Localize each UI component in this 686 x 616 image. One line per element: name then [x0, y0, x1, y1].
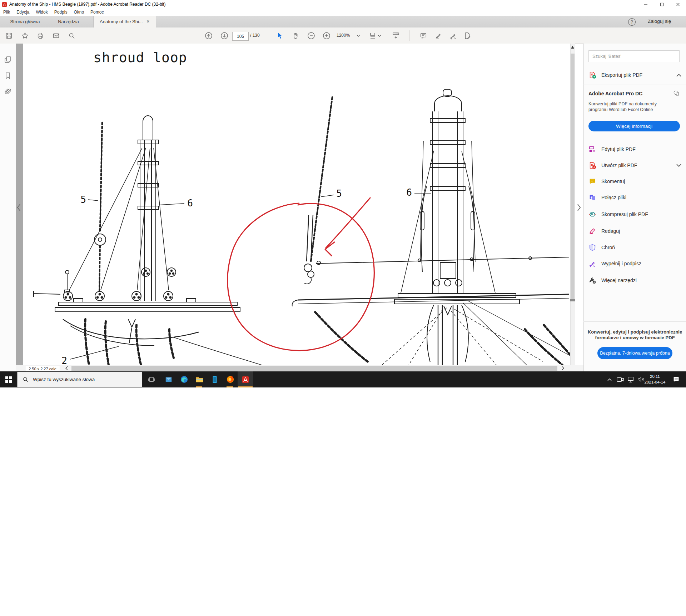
window-title: Anatomy of the Ship - HMS Beagle (1997).… — [9, 2, 166, 7]
menu-okno[interactable]: Okno — [70, 9, 87, 15]
tab-document[interactable]: Anatomy of the Shi... ✕ — [93, 16, 156, 27]
maximize-button[interactable] — [654, 0, 670, 9]
acrobat-app-icon — [2, 2, 7, 7]
close-button[interactable] — [670, 0, 686, 9]
page-display-dropdown[interactable] — [377, 31, 382, 41]
meet-now-button[interactable] — [615, 371, 625, 387]
zoom-out-button[interactable] — [306, 31, 317, 41]
menu-edycja[interactable]: Edycja — [13, 9, 33, 15]
sign-tool-button[interactable] — [448, 31, 458, 41]
hand-tool-button[interactable] — [290, 31, 301, 41]
page-number-input[interactable] — [232, 32, 249, 41]
zoom-level-value[interactable]: 1200% — [337, 33, 350, 38]
tab-tools[interactable]: Narzędzia — [51, 16, 86, 27]
vertical-scroll-thumb[interactable] — [571, 54, 575, 300]
zoom-dropdown-button[interactable] — [356, 31, 361, 41]
firefox-app-button[interactable] — [222, 371, 238, 387]
next-view-chevron[interactable] — [577, 204, 581, 211]
menu-pomoc[interactable]: Pomoc — [87, 9, 107, 15]
network-tray-button[interactable] — [626, 371, 636, 387]
tool-protect[interactable]: Chroń — [588, 241, 681, 254]
tab-home[interactable]: Strona główna — [4, 16, 46, 27]
tool-comment[interactable]: Skomentuj — [588, 175, 681, 187]
print-button[interactable] — [35, 31, 46, 41]
mail-app-button[interactable] — [161, 371, 177, 387]
action-center-button[interactable] — [671, 371, 681, 387]
menu-podpis[interactable]: Podpis — [51, 9, 71, 15]
hide-toolbar-button[interactable] — [391, 31, 401, 41]
comment-icon — [588, 177, 596, 185]
tool-combine-files[interactable]: Połącz pliki — [588, 191, 681, 204]
previous-page-button[interactable] — [203, 31, 214, 41]
page-up-icon — [204, 31, 213, 40]
red-circle-annotation — [228, 198, 374, 351]
acrobat-app-button[interactable] — [238, 371, 253, 387]
free-trial-button[interactable]: Bezpłatna, 7-dniowa wersja próbna — [597, 347, 672, 359]
scroll-right-arrow[interactable] — [562, 366, 565, 370]
attachments-button[interactable] — [4, 88, 12, 96]
previous-view-chevron[interactable] — [16, 204, 21, 211]
edit-tool-button[interactable] — [462, 31, 473, 41]
next-page-button[interactable] — [219, 31, 230, 41]
zoom-out-icon — [307, 31, 315, 40]
chevron-right-icon — [562, 366, 565, 370]
firefox-open-indicator — [227, 386, 233, 387]
start-button[interactable] — [0, 371, 17, 387]
tab-tools-label: Narzędzia — [58, 19, 79, 24]
toolbar-collapse-icon — [392, 31, 400, 40]
help-button[interactable]: ? — [628, 18, 636, 26]
taskbar-clock[interactable]: 20:11 2021-04-14 — [643, 374, 667, 385]
promo-description: Konwertuj pliki PDF na dokumenty program… — [588, 101, 671, 112]
page-down-icon — [220, 31, 229, 40]
tool-redact[interactable]: Redaguj — [588, 225, 681, 237]
more-info-button[interactable]: Więcej informacji — [588, 121, 680, 131]
pdf-page[interactable]: shroud loop — [23, 44, 570, 365]
firefox-icon — [226, 375, 234, 384]
horizontal-scroll-thumb[interactable] — [71, 366, 557, 371]
minimize-button[interactable] — [638, 0, 654, 9]
edge-app-button[interactable] — [176, 371, 192, 387]
tool-create-pdf[interactable]: Utwórz plik PDF — [588, 159, 681, 171]
email-button[interactable] — [51, 31, 61, 41]
document-edit-icon — [463, 32, 471, 40]
tray-expand-button[interactable] — [605, 371, 615, 387]
sign-in-link[interactable]: Zaloguj się — [648, 19, 671, 24]
save-button[interactable] — [4, 31, 14, 41]
taskbar-search-input[interactable] — [32, 376, 134, 382]
tab-close-icon[interactable]: ✕ — [146, 19, 150, 24]
comment-bubble-icon — [419, 32, 427, 40]
zoom-in-button[interactable] — [321, 31, 332, 41]
select-tool-button[interactable] — [274, 31, 285, 41]
tool-more-tools[interactable]: Więcej narzędzi — [588, 274, 681, 286]
figure-caption: shroud loop — [93, 50, 187, 65]
page-display-button[interactable] — [367, 31, 378, 41]
page-thumbnails-button[interactable] — [4, 55, 12, 64]
windows-logo-icon — [5, 376, 12, 383]
tool-compress-pdf[interactable]: Skompresuj plik PDF — [588, 208, 681, 220]
acrobat-active-indicator — [238, 386, 253, 387]
highlight-tool-button[interactable] — [433, 31, 444, 41]
export-pdf-row[interactable]: Eksportuj plik PDF — [588, 69, 681, 81]
scroll-left-arrow[interactable] — [65, 366, 68, 370]
menu-widok[interactable]: Widok — [33, 9, 51, 15]
taskbar-search[interactable] — [17, 372, 142, 387]
task-view-button[interactable] — [144, 371, 159, 387]
panel-divider — [583, 321, 686, 322]
panel-search-input[interactable] — [588, 50, 680, 62]
comment-tool-button[interactable] — [418, 31, 429, 41]
menu-plik[interactable]: Plik — [0, 9, 13, 15]
tool-fill-sign[interactable]: Wypełnij i podpisz — [588, 257, 681, 270]
file-explorer-button[interactable] — [192, 371, 207, 387]
favorite-button[interactable] — [20, 31, 30, 41]
your-phone-button[interactable] — [207, 371, 223, 387]
tool-label: Edytuj plik PDF — [601, 146, 636, 152]
tool-edit-pdf[interactable]: Edytuj plik PDF — [588, 143, 681, 155]
search-tool-button[interactable] — [66, 31, 77, 41]
scroll-up-arrow[interactable] — [571, 46, 574, 49]
promo-line2: programu Word lub Excel Online — [588, 107, 671, 112]
bookmarks-button[interactable] — [4, 71, 12, 80]
bookmark-icon — [4, 71, 12, 80]
copy-document-icon — [673, 90, 680, 96]
toolbar-separator — [269, 30, 269, 41]
zoom-in-icon — [322, 31, 331, 40]
